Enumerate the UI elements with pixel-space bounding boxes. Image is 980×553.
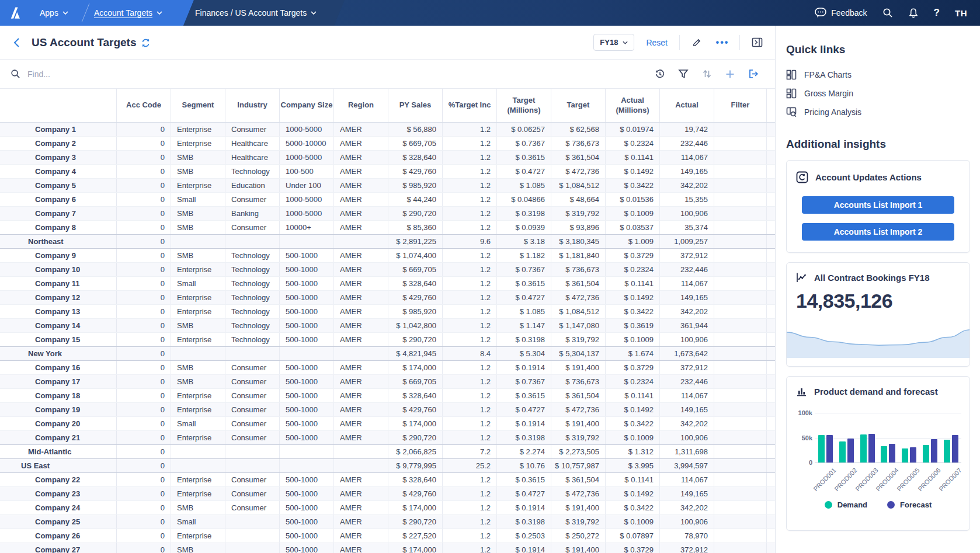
grid-cell[interactable]: $ 361,504 <box>551 277 606 290</box>
grid-cell[interactable]: $ 290,720 <box>388 333 443 346</box>
grid-cell[interactable]: AMER <box>334 515 388 528</box>
grid-cell[interactable]: 0 <box>117 543 171 553</box>
grid-cell[interactable]: 114,067 <box>660 473 714 486</box>
grid-cell[interactable] <box>714 403 767 416</box>
row-label[interactable]: US East <box>0 459 117 472</box>
grid-cell[interactable]: AMER <box>334 193 388 206</box>
grid-cell[interactable] <box>714 459 767 472</box>
grid-cell[interactable]: Healthcare <box>225 151 280 164</box>
grid-cell[interactable]: Enterprise <box>171 529 225 542</box>
grid-cell[interactable]: 25.2 <box>443 459 497 472</box>
grid-cell[interactable]: $ 290,720 <box>388 515 443 528</box>
grid-cell[interactable] <box>225 529 280 542</box>
grid-cell[interactable] <box>714 431 767 444</box>
grid-cell[interactable]: $ 2,066,825 <box>388 445 443 458</box>
refresh-button[interactable] <box>141 38 151 48</box>
row-label[interactable]: Company 3 <box>0 151 117 164</box>
grid-cell[interactable]: $ 0.3422 <box>606 305 660 318</box>
grid-cell[interactable]: $ 0.2503 <box>497 529 551 542</box>
grid-cell[interactable]: $ 0.1009 <box>606 431 660 444</box>
grid-cell[interactable]: $ 3,180,345 <box>551 235 606 248</box>
grid-cell[interactable]: 500-1000 <box>280 529 334 542</box>
row-label[interactable]: Company 23 <box>0 487 117 500</box>
grid-cell[interactable]: $ 0.1914 <box>497 361 551 374</box>
grid-cell[interactable]: 1.2 <box>443 375 497 388</box>
grid-cell[interactable]: SMB <box>171 375 225 388</box>
grid-cell[interactable]: $ 1,181,840 <box>551 249 606 262</box>
grid-cell[interactable]: 500-1000 <box>280 431 334 444</box>
grid-cell[interactable]: Technology <box>225 291 280 304</box>
period-selector[interactable]: FY18 <box>593 34 634 51</box>
grid-cell[interactable] <box>225 235 280 248</box>
column-header-target-millions-[interactable]: Target(Millions) <box>497 89 551 122</box>
grid-cell[interactable] <box>225 459 280 472</box>
grid-cell[interactable] <box>280 235 334 248</box>
grid-cell[interactable]: $ 0.3198 <box>497 431 551 444</box>
grid-cell[interactable]: $ 1.085 <box>497 179 551 192</box>
grid-cell[interactable]: 0 <box>117 319 171 332</box>
grid-cell[interactable] <box>714 291 767 304</box>
grid-cell[interactable]: 1.2 <box>443 501 497 514</box>
grid-cell[interactable]: Technology <box>225 263 280 276</box>
column-header-actual[interactable]: Actual <box>660 89 714 122</box>
grid-cell[interactable]: $ 0.3422 <box>606 501 660 514</box>
grid-cell[interactable] <box>334 459 388 472</box>
grid-cell[interactable]: 1000-5000 <box>280 193 334 206</box>
column-header-acc-code[interactable]: Acc Code <box>117 89 171 122</box>
grid-cell[interactable]: $ 0.3198 <box>497 515 551 528</box>
grid-cell[interactable]: 0 <box>117 529 171 542</box>
accounts-list-import-2-button[interactable]: Accounts List Import 2 <box>802 223 954 241</box>
grid-cell[interactable]: $ 361,504 <box>551 151 606 164</box>
grid-cell[interactable]: 0 <box>117 235 171 248</box>
grid-cell[interactable]: 1.2 <box>443 165 497 178</box>
grid-cell[interactable]: 342,202 <box>660 501 714 514</box>
grid-cell[interactable]: $ 290,720 <box>388 431 443 444</box>
grid-cell[interactable]: 149,165 <box>660 291 714 304</box>
grid-cell[interactable]: $ 0.1914 <box>497 543 551 553</box>
grid-cell[interactable]: Technology <box>225 249 280 262</box>
grid-cell[interactable]: AMER <box>334 403 388 416</box>
grid-cell[interactable]: $ 0.4727 <box>497 291 551 304</box>
grid-cell[interactable]: $ 0.3729 <box>606 543 660 553</box>
grid-cell[interactable]: 500-1000 <box>280 515 334 528</box>
grid-cell[interactable]: 361,944 <box>660 319 714 332</box>
grid-cell[interactable]: $ 9,779,995 <box>388 459 443 472</box>
grid-cell[interactable]: SMB <box>171 501 225 514</box>
grid-cell[interactable] <box>714 361 767 374</box>
accounts-list-import-1-button[interactable]: Accounts List Import 1 <box>802 196 954 214</box>
grid-cell[interactable]: $ 472,736 <box>551 487 606 500</box>
grid-cell[interactable] <box>714 389 767 402</box>
grid-cell[interactable]: 1.2 <box>443 305 497 318</box>
grid-cell[interactable]: AMER <box>334 221 388 234</box>
grid-cell[interactable]: Consumer <box>225 501 280 514</box>
column-header-target[interactable]: Target <box>551 89 606 122</box>
grid-cell[interactable]: 500-1000 <box>280 403 334 416</box>
grid-cell[interactable]: 342,202 <box>660 179 714 192</box>
grid-cell[interactable]: $ 472,736 <box>551 403 606 416</box>
grid-cell[interactable]: $ 0.1492 <box>606 291 660 304</box>
grid-cell[interactable]: $ 290,720 <box>388 207 443 220</box>
grid-cell[interactable]: AMER <box>334 529 388 542</box>
grid-cell[interactable]: 0 <box>117 389 171 402</box>
grid-cell[interactable]: 500-1000 <box>280 389 334 402</box>
grid-cell[interactable]: 0 <box>117 515 171 528</box>
grid-cell[interactable] <box>225 445 280 458</box>
grid-cell[interactable] <box>280 459 334 472</box>
grid-cell[interactable]: 500-1000 <box>280 249 334 262</box>
grid-cell[interactable]: $ 328,640 <box>388 473 443 486</box>
grid-cell[interactable]: $ 191,400 <box>551 501 606 514</box>
grid-cell[interactable]: $ 191,400 <box>551 361 606 374</box>
grid-cell[interactable]: 0 <box>117 193 171 206</box>
grid-cell[interactable]: SMB <box>171 151 225 164</box>
grid-cell[interactable]: 1.2 <box>443 361 497 374</box>
column-header-industry[interactable]: Industry <box>225 89 280 122</box>
grid-cell[interactable] <box>714 347 767 360</box>
grid-cell[interactable]: SMB <box>171 221 225 234</box>
grid-cell[interactable]: 149,165 <box>660 165 714 178</box>
row-label[interactable]: New York <box>0 347 117 360</box>
quick-link-pricing-analysis[interactable]: Pricing Analysis <box>786 103 970 121</box>
more-options-button[interactable]: ••• <box>714 34 731 51</box>
grid-cell[interactable]: 35,374 <box>660 221 714 234</box>
grid-cell[interactable]: $ 174,000 <box>388 417 443 430</box>
grid-cell[interactable]: 0 <box>117 445 171 458</box>
